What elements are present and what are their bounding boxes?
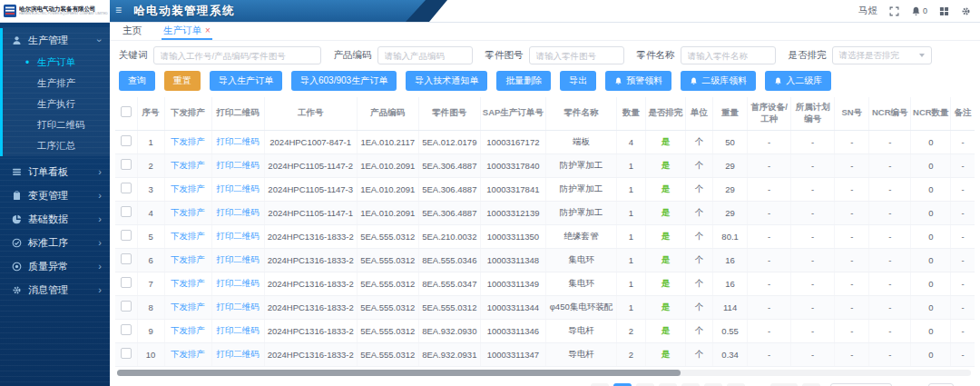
sidebar-item-打印二维码[interactable]: 打印二维码 <box>3 114 110 135</box>
dispatch-link[interactable]: 下发排产 <box>171 136 205 146</box>
cell-ncr_no: - <box>869 153 911 177</box>
sidebar-item-生产执行[interactable]: 生产执行 <box>3 94 110 114</box>
row-checkbox[interactable] <box>121 183 132 193</box>
goto-page-input[interactable] <box>928 383 954 386</box>
tab-主页[interactable]: 主页 <box>121 25 143 40</box>
cell-sap_no: 10003317840 <box>480 153 545 177</box>
filter-input-关键词[interactable] <box>153 46 321 64</box>
row-checkbox[interactable] <box>121 135 132 146</box>
row-select-cell <box>115 130 137 153</box>
button-导出[interactable]: 导出 <box>560 71 596 91</box>
filter-input-零件图号[interactable] <box>529 46 624 64</box>
user-name[interactable]: 马煜 <box>858 5 877 17</box>
dispatch-link[interactable]: 下发排产 <box>171 278 205 288</box>
sidebar-item-质量异常[interactable]: 质量异常› <box>0 254 110 278</box>
sidebar-sub-label: 工序汇总 <box>37 140 75 153</box>
prev-page-button[interactable]: ‹ <box>591 383 609 386</box>
page-button-3[interactable]: 3 <box>659 383 677 386</box>
print-qrcode-link[interactable]: 打印二维码 <box>216 302 260 312</box>
button-批量删除[interactable]: 批量删除 <box>496 71 551 91</box>
more-pages-icon[interactable]: ••• <box>750 383 766 386</box>
row-checkbox[interactable] <box>121 230 132 241</box>
row-checkbox[interactable] <box>121 277 132 288</box>
page-buttons: 123456•••3699 <box>613 383 798 386</box>
print-qrcode-link[interactable]: 打印二维码 <box>216 231 260 241</box>
button-导入技术通知单[interactable]: 导入技术通知单 <box>406 71 487 91</box>
dispatch-link[interactable]: 下发排产 <box>171 231 205 241</box>
notification-bell-icon[interactable]: 0 <box>911 6 927 16</box>
print-qrcode-link[interactable]: 打印二维码 <box>216 254 260 264</box>
row-checkbox[interactable] <box>121 348 132 359</box>
cell-dispatch: 下发排产 <box>164 342 211 366</box>
page-button-2[interactable]: 2 <box>636 383 654 386</box>
filter-label: 关键词 <box>119 49 148 62</box>
print-qrcode-link[interactable]: 打印二维码 <box>216 325 260 335</box>
page-button-1[interactable]: 1 <box>613 383 632 386</box>
sidebar-item-订单看板[interactable]: 订单看板› <box>0 160 110 183</box>
apps-grid-icon[interactable] <box>939 6 949 16</box>
cell-sn: - <box>835 153 869 177</box>
next-page-button[interactable]: › <box>802 383 820 386</box>
button-导入603/903生产订单[interactable]: 导入603/903生产订单 <box>291 71 397 91</box>
print-qrcode-link[interactable]: 打印二维码 <box>216 136 260 146</box>
page-button-3699[interactable]: 3699 <box>770 383 798 386</box>
cell-ncr_no: - <box>869 295 911 319</box>
dispatch-link[interactable]: 下发排产 <box>171 325 205 335</box>
dispatch-link[interactable]: 下发排产 <box>171 302 205 312</box>
sidebar-item-基础数据[interactable]: 基础数据› <box>0 207 110 231</box>
print-qrcode-link[interactable]: 打印二维码 <box>216 278 260 288</box>
row-checkbox[interactable] <box>121 159 132 170</box>
print-qrcode-link[interactable]: 打印二维码 <box>216 160 260 170</box>
sidebar-item-生产订单[interactable]: •生产订单 <box>3 52 110 73</box>
dispatch-link[interactable]: 下发排产 <box>171 183 205 193</box>
print-qrcode-link[interactable]: 打印二维码 <box>216 183 260 193</box>
button-预警领料[interactable]: 预警领料 <box>605 71 671 91</box>
tab-生产订单[interactable]: 生产订单× <box>162 25 212 40</box>
button-导入生产订单[interactable]: 导入生产订单 <box>210 71 282 91</box>
row-checkbox[interactable] <box>121 253 132 264</box>
dispatch-link[interactable]: 下发排产 <box>171 349 205 359</box>
sidebar-item-生产管理[interactable]: 生产管理› <box>3 28 110 52</box>
sidebar-item-label: 基础数据 <box>28 213 92 226</box>
cell-sn: - <box>835 177 869 201</box>
cell-weight: 29 <box>713 153 748 177</box>
row-checkbox[interactable] <box>121 206 132 217</box>
dispatch-link[interactable]: 下发排产 <box>171 254 205 264</box>
row-checkbox[interactable] <box>121 324 132 335</box>
cell-part_name: 导电杆 <box>545 319 616 342</box>
page-size-select[interactable]: 10条/页 <box>830 383 892 386</box>
column-header-工作号: 工作号 <box>264 97 357 130</box>
row-select-cell <box>115 342 137 366</box>
select-all-checkbox[interactable] <box>121 106 132 117</box>
cell-ncr_qty: 0 <box>911 153 951 177</box>
filter-input-零件名称[interactable] <box>681 46 776 64</box>
dispatch-link[interactable]: 下发排产 <box>171 160 205 170</box>
print-qrcode-link[interactable]: 打印二维码 <box>216 349 260 359</box>
sidebar-item-工序汇总[interactable]: 工序汇总 <box>3 135 110 156</box>
sidebar-item-变更管理[interactable]: 变更管理› <box>0 183 110 207</box>
print-qrcode-link[interactable]: 打印二维码 <box>216 207 260 217</box>
filter-input-产品编码[interactable] <box>377 46 473 64</box>
filter-select-是否排完[interactable]: 请选择是否排完 <box>832 46 932 64</box>
cell-qty: 1 <box>617 153 646 177</box>
cell-print: 打印二维码 <box>211 224 264 248</box>
fullscreen-icon[interactable] <box>889 6 899 16</box>
horizontal-scrollbar-thumb[interactable] <box>117 370 681 376</box>
page-button-6[interactable]: 6 <box>727 383 745 386</box>
button-查询[interactable]: 查询 <box>119 71 155 91</box>
sidebar-collapse-icon[interactable]: ≡ <box>115 0 122 22</box>
button-入二级库[interactable]: 入二级库 <box>765 71 831 91</box>
sidebar-item-消息管理[interactable]: 消息管理› <box>0 278 110 302</box>
close-icon[interactable]: × <box>205 26 211 35</box>
sidebar-item-标准工序[interactable]: 标准工序› <box>0 231 110 254</box>
column-header-NCR编号: NCR编号 <box>869 97 911 130</box>
sidebar-item-label: 消息管理 <box>28 283 92 297</box>
page-button-4[interactable]: 4 <box>681 383 700 386</box>
gear-icon[interactable] <box>961 6 971 16</box>
button-二级库领料[interactable]: 二级库领料 <box>681 71 756 91</box>
row-checkbox[interactable] <box>121 301 132 312</box>
page-button-5[interactable]: 5 <box>704 383 722 386</box>
sidebar-item-生产排产[interactable]: 生产排产 <box>3 73 110 94</box>
dispatch-link[interactable]: 下发排产 <box>171 207 205 217</box>
button-重置[interactable]: 重置 <box>164 71 201 91</box>
